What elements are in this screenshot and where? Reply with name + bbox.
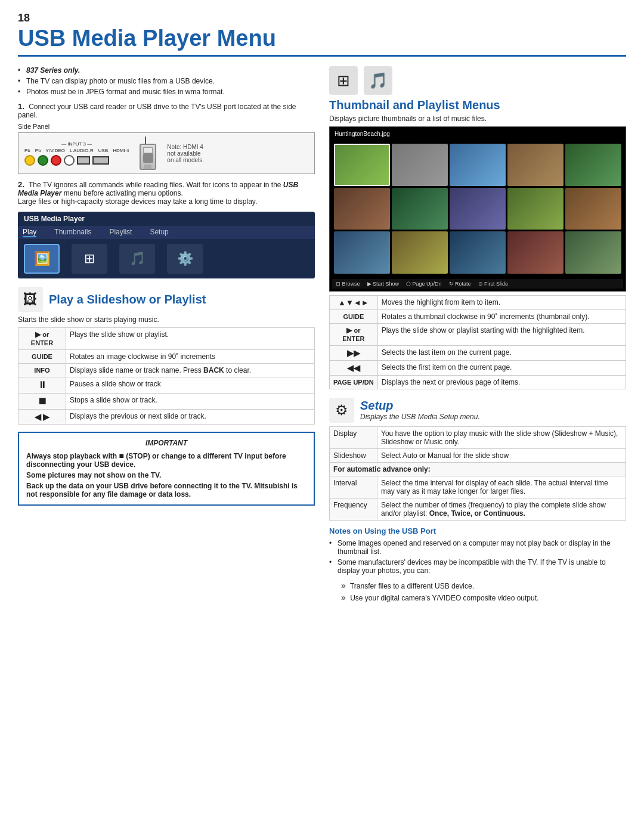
ctrl-row-play: ▶ or ENTER Plays the slide show or playl… (18, 328, 315, 350)
thumb-13 (450, 231, 506, 274)
input-strip: — INPUT 3 — Pb Pb Y/VIDEO L AUDIO-R USB … (24, 141, 129, 166)
slideshow-section: 🖼 Play a Slideshow or Playlist Starts th… (18, 287, 315, 506)
tab-thumbnails[interactable]: Thumbnails (54, 228, 91, 237)
page-number: 18 (18, 12, 626, 24)
note-bullet-2: Some manufacturers' devices may be incom… (329, 558, 626, 575)
page-title: USB Media Player Menu (18, 26, 626, 57)
side-panel-label: Side Panel (18, 123, 315, 130)
tctr-desc-enter: Plays the slide show or playlist startin… (377, 323, 626, 345)
thumb-ctrl-browse: ⊡ Browse (336, 281, 360, 287)
notes-section: Notes on Using the USB Port Some images … (329, 527, 626, 602)
important-box: IMPORTANT Always stop playback with ■ (S… (18, 432, 315, 506)
usb-cable (145, 137, 146, 144)
tctr-desc-last: Selects the last item on the current pag… (377, 345, 626, 360)
setup-row-interval: Interval Select the time interval for di… (330, 476, 626, 498)
ctrl-key-pause: ⏸ (18, 377, 66, 394)
thumb-1 (334, 144, 390, 186)
setup-desc-slideshow: Select Auto or Manual for the slide show (377, 448, 626, 462)
tctr-key-arrows: ▲▼◄► (330, 295, 378, 309)
step2: 2. The TV ignores all commands while rea… (18, 180, 315, 278)
thumb-viewer: HuntingtonBeach.jpg (329, 126, 626, 292)
ctrl-row-info: INFO Displays slide name or track name. … (18, 364, 315, 377)
tab-play[interactable]: Play (23, 228, 36, 237)
setup-title: Setup (360, 399, 480, 413)
thumb-15 (565, 231, 621, 274)
thumb-14 (507, 231, 564, 274)
connector-green (38, 155, 48, 166)
right-column: ⊞ 🎵 Thumbnail and Playlist Menus Display… (329, 66, 626, 602)
setup-key-frequency: Frequency (330, 498, 377, 520)
series-note: 837 Series only. (18, 66, 315, 75)
ctrl-key-guide: GUIDE (18, 350, 66, 364)
icon-playlist: 🎵 (119, 244, 155, 274)
tctr-desc-first: Selects the first item on the current pa… (377, 360, 626, 375)
setup-icon: ⚙ (329, 398, 354, 423)
connector-usb (77, 156, 90, 165)
thumb-2 (392, 144, 448, 186)
thumbnail-controls-table: ▲▼◄► Moves the highlight from item to it… (329, 295, 626, 389)
notes-bullets: Some images opened and reserved on a com… (329, 539, 626, 575)
usb-player-icons: 🖼️ ⊞ 🎵 ⚙️ (18, 239, 315, 278)
thumb-ctrl-rotate: ↻ Rotate (449, 281, 471, 287)
setup-row-slideshow: Slideshow Select Auto or Manual for the … (330, 448, 626, 462)
tctr-key-last: ▶▶ (330, 345, 378, 360)
ctrl-row-guide: GUIDE Rotates an image clockwise in 90˚ … (18, 350, 315, 364)
left-column: 837 Series only. The TV can display phot… (18, 66, 315, 506)
thumb-11 (334, 231, 390, 274)
music-playlist-icon: 🎵 (364, 66, 392, 95)
thumb-6 (334, 188, 390, 230)
main-content: 837 Series only. The TV can display phot… (18, 66, 626, 602)
thumbnail-icons: ⊞ 🎵 (329, 66, 626, 95)
tctr-key-first: ◀◀ (330, 360, 378, 375)
thumbnail-section: ⊞ 🎵 Thumbnail and Playlist Menus Display… (329, 66, 626, 389)
tctr-row-page: PAGE UP/DN Displays the next or previous… (330, 375, 626, 389)
connector-red (51, 155, 61, 166)
tab-playlist[interactable]: Playlist (109, 228, 132, 237)
setup-auto-header: For automatic advance only: (330, 462, 626, 476)
important-title: IMPORTANT (26, 439, 306, 447)
notes-sub: » Transfer files to a different USB devi… (341, 581, 626, 602)
tctr-row-last: ▶▶ Selects the last item on the current … (330, 345, 626, 360)
tctr-desc-guide: Rotates a thumbnail clockwise in 90˚ inc… (377, 309, 626, 323)
tctr-row-arrows: ▲▼◄► Moves the highlight from item to it… (330, 295, 626, 309)
thumb-7 (392, 188, 448, 230)
tab-setup[interactable]: Setup (150, 228, 168, 237)
ctrl-desc-guide: Rotates an image clockwise in 90˚ increm… (66, 350, 315, 364)
tctr-row-enter: ▶ or ENTER Plays the slide show or playl… (330, 323, 626, 345)
ctrl-key-stop: ⏹ (18, 394, 66, 410)
bullet2: Photos must be in JPEG format and music … (18, 88, 315, 96)
notes-title: Notes on Using the USB Port (329, 527, 626, 535)
usb-player-title: USB Media Player (18, 212, 315, 226)
ctrl-desc-prevnext: Displays the previous or next slide or t… (66, 410, 315, 425)
slideshow-controls-table: ▶ or ENTER Plays the slide show or playl… (18, 327, 315, 425)
step1-text: Connect your USB card reader or USB driv… (18, 103, 296, 119)
ctrl-desc-pause: Pauses a slide show or track (66, 377, 315, 394)
important-line3: Back up the data on your USB drive befor… (26, 482, 306, 498)
connector-white (64, 155, 75, 166)
setup-desc-interval: Select the time interval for display of … (377, 476, 626, 498)
step2-text: The TV ignores all commands while readin… (29, 181, 281, 189)
slideshow-header: 🖼 Play a Slideshow or Playlist (18, 287, 315, 312)
note-sub-2: » Use your digital camera's Y/VIDEO comp… (341, 593, 626, 602)
page: 18 USB Media Player Menu 837 Series only… (0, 0, 644, 833)
tctr-key-enter: ▶ or ENTER (330, 323, 378, 345)
note-sub-1: » Transfer files to a different USB devi… (341, 581, 626, 590)
thumbnail-subtitle: Displays picture thumbnails or a list of… (329, 114, 626, 123)
slideshow-subtitle: Starts the slide show or starts playing … (18, 315, 315, 324)
thumbnail-grid-icon: ⊞ (329, 66, 358, 95)
slideshow-icon: 🖼 (18, 287, 43, 312)
setup-table: Display You have the option to play musi… (329, 426, 626, 521)
slideshow-title: Play a Slideshow or Playlist (49, 293, 206, 306)
usb-drive-icon (140, 144, 156, 170)
thumb-controls: ⊡ Browse ▶ Start Show ⬡ Page Up/Dn ↻ Rot… (332, 279, 623, 289)
icon-setup: ⚙️ (167, 244, 203, 274)
ctrl-key-info: INFO (18, 364, 66, 377)
bullet1: The TV can display photo or music files … (18, 77, 315, 85)
thumbnail-grid (332, 142, 623, 275)
setup-key-interval: Interval (330, 476, 377, 498)
usb-player-tabs: Play Thumbnails Playlist Setup (18, 226, 315, 239)
tctr-row-guide: GUIDE Rotates a thumbnail clockwise in 9… (330, 309, 626, 323)
setup-row-frequency: Frequency Select the number of times (fr… (330, 498, 626, 520)
connector-yellow (24, 155, 35, 166)
setup-row-display: Display You have the option to play musi… (330, 426, 626, 448)
